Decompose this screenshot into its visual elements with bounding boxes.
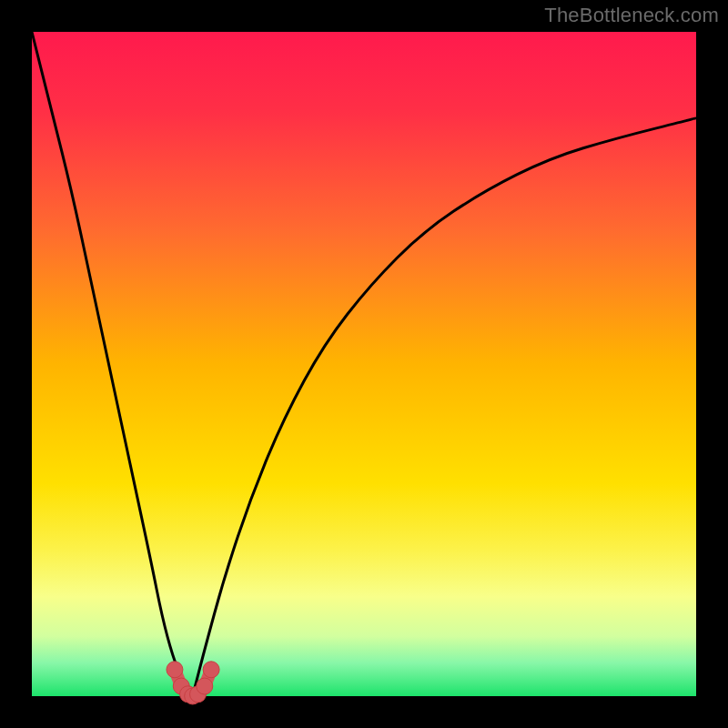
watermark-text: TheBottleneck.com xyxy=(544,4,719,27)
optimal-marker xyxy=(203,662,219,678)
chart-frame: TheBottleneck.com xyxy=(0,0,728,728)
optimal-marker xyxy=(167,662,183,678)
bottleneck-chart xyxy=(0,0,728,728)
gradient-background xyxy=(32,32,696,696)
optimal-marker xyxy=(197,678,213,694)
